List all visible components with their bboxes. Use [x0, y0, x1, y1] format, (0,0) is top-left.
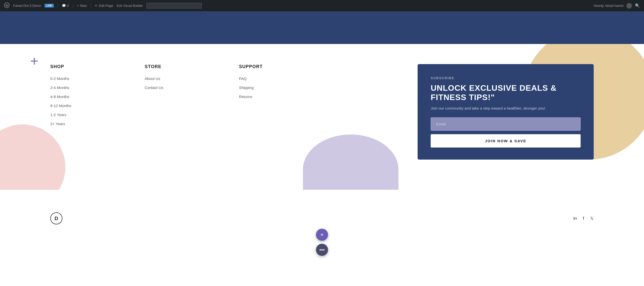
bottom-bar: D in f 𝕏: [0, 205, 644, 232]
pencil-icon: ✏: [95, 4, 98, 8]
support-title: SUPPORT: [239, 64, 323, 69]
join-button[interactable]: JOIN NOW & SAVE: [431, 134, 581, 148]
shop-links: 0-2 Months 2-4 Months 4-8 Months 8-12 Mo…: [50, 76, 135, 126]
list-item: Returns: [239, 94, 323, 99]
support-link-faq[interactable]: FAQ: [239, 76, 247, 81]
comment-count: 0: [67, 4, 69, 8]
twitter-x-icon[interactable]: 𝕏: [590, 216, 594, 221]
avatar: [626, 3, 632, 9]
header-band: [0, 11, 644, 44]
shop-link-4-8[interactable]: 4-8 Months: [50, 94, 69, 99]
edit-page-label: Edit Page: [99, 4, 113, 8]
linkedin-icon[interactable]: in: [573, 216, 577, 221]
list-item: Shipping: [239, 85, 323, 90]
live-badge: Live: [45, 4, 54, 8]
separator-2: |: [72, 3, 73, 8]
shop-link-2y[interactable]: 2+ Years: [50, 122, 65, 126]
facebook-icon[interactable]: f: [583, 216, 584, 221]
list-item: FAQ: [239, 76, 323, 81]
list-item: About Us: [145, 76, 229, 81]
list-item: 1-2 Years: [50, 113, 135, 117]
search-icon[interactable]: 🔍: [635, 3, 640, 8]
shop-link-0-2[interactable]: 0-2 Months: [50, 76, 69, 81]
wp-logo-icon[interactable]: W: [4, 3, 10, 9]
shop-title: SHOP: [50, 64, 135, 69]
comments-link[interactable]: 💬 0: [62, 4, 69, 8]
plus-decoration: +: [30, 54, 38, 68]
howdy-text: Howdy, fahad-hamid: [594, 4, 623, 8]
shop-link-8-12[interactable]: 8-12 Months: [50, 104, 71, 108]
list-item: 4-8 Months: [50, 94, 135, 99]
admin-bar: W Fahad Divi 5 Demo Live | 💬 0 | + New |…: [0, 0, 644, 11]
fab-add-button[interactable]: +: [316, 229, 328, 241]
admin-search-input[interactable]: [146, 3, 202, 9]
support-links: FAQ Shipping Returns: [239, 76, 323, 99]
subscribe-description: Join our community and take a step towar…: [431, 106, 581, 110]
new-link[interactable]: + New: [77, 4, 87, 8]
edit-page-link[interactable]: ✏ Edit Page: [95, 4, 113, 8]
store-link-about[interactable]: About Us: [145, 76, 160, 81]
support-link-returns[interactable]: Returns: [239, 94, 252, 99]
fab-container: + •••: [316, 229, 328, 256]
divi-logo: D: [50, 212, 62, 224]
store-title: STORE: [145, 64, 229, 69]
email-input[interactable]: [431, 117, 581, 131]
shop-link-1-2y[interactable]: 1-2 Years: [50, 113, 66, 117]
site-name[interactable]: Fahad Divi 5 Demo: [13, 4, 41, 8]
svg-text:W: W: [5, 4, 8, 7]
store-links: About Us Contact Us: [145, 76, 229, 90]
spacer: [333, 64, 418, 160]
exit-builder-link[interactable]: Exit Visual Builder: [117, 4, 143, 8]
list-item: Contact Us: [145, 85, 229, 90]
subscribe-label: SUBSCRIBE: [431, 76, 581, 80]
admin-bar-left: W Fahad Divi 5 Demo Live | 💬 0 | + New |…: [4, 3, 590, 9]
social-icons: in f 𝕏: [573, 216, 594, 221]
support-link-shipping[interactable]: Shipping: [239, 85, 254, 90]
exit-builder-label: Exit Visual Builder: [117, 4, 143, 8]
shop-link-2-4[interactable]: 2-4 Months: [50, 85, 69, 90]
separator-1: |: [57, 3, 59, 8]
store-link-contact[interactable]: Contact Us: [145, 85, 163, 90]
shop-column: SHOP 0-2 Months 2-4 Months 4-8 Months 8-…: [50, 64, 145, 160]
separator-3: |: [90, 3, 92, 8]
admin-bar-right: Howdy, fahad-hamid 🔍: [594, 3, 640, 9]
plus-icon: +: [77, 4, 79, 8]
list-item: 2+ Years: [50, 122, 135, 126]
list-item: 8-12 Months: [50, 104, 135, 108]
support-column: SUPPORT FAQ Shipping Returns: [239, 64, 333, 160]
list-item: 2-4 Months: [50, 85, 135, 90]
subscribe-headline: UNLOCK EXCLUSIVE DEALS & FITNESS TIPS!": [431, 83, 581, 102]
footer-section: + SHOP 0-2 Months 2-4 Months 4-8 Months …: [0, 44, 644, 190]
subscribe-card: SUBSCRIBE UNLOCK EXCLUSIVE DEALS & FITNE…: [418, 64, 594, 160]
store-column: STORE About Us Contact Us: [145, 64, 239, 160]
comment-bubble-icon: 💬: [62, 4, 66, 8]
list-item: 0-2 Months: [50, 76, 135, 81]
new-label: New: [80, 4, 87, 8]
footer-columns: SHOP 0-2 Months 2-4 Months 4-8 Months 8-…: [50, 64, 594, 160]
fab-menu-button[interactable]: •••: [316, 244, 328, 256]
page-content: + SHOP 0-2 Months 2-4 Months 4-8 Months …: [0, 0, 644, 232]
